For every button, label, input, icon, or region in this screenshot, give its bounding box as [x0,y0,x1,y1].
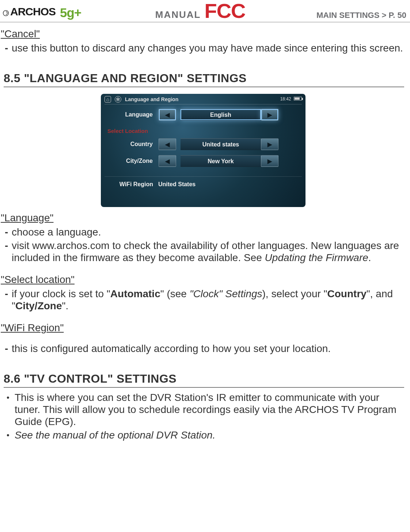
section-8-5-heading: 8.5 "Language and Region" Settings [4,72,404,87]
text-span: ". [62,300,69,311]
page-header: ARCHOS 5g+ MANUAL FCC MAIN SETTINGS > P.… [0,0,410,22]
italic-text: Updating the Firmware [265,252,368,263]
battery-icon [294,97,302,100]
italic-text: "Clock" Settings [190,288,262,299]
list-item: this is configured automatically accordi… [12,342,406,355]
wifi-region-row: WiFi Region United States [105,176,302,188]
page-content: "Cancel" use this button to discard any … [0,22,410,441]
list-item: See the manual of the optional DVR Stati… [15,429,406,441]
status-bar: ⌂ ✻ Language and Region 18:42 [105,96,302,104]
arrow-left-icon[interactable]: ◀ [159,109,176,120]
row-label: Language [107,111,159,118]
list-item: choose a language. [12,226,406,238]
manual-label: MANUAL [155,9,201,20]
city-row: City/Zone ◀ New York ▶ [105,154,302,168]
header-right: MAIN SETTINGS > P. 50 [316,11,406,20]
text-span: ), select your " [262,288,327,299]
wifi-value: United States [158,181,195,188]
text-span: " (see [160,288,190,299]
select-location-list: if your clock is set to "Automatic" (see… [0,288,406,312]
settings-icon[interactable]: ✻ [115,96,121,103]
text-span: if your clock is set to " [12,288,110,299]
select-location-subhead: Select Location [107,128,299,134]
list-item: if your clock is set to "Automatic" (see… [12,288,406,312]
screen-title: Language and Region [125,96,178,102]
country-row: Country ◀ United states ▶ [105,138,302,151]
model-text: 5g+ [60,8,81,18]
arrow-left-icon[interactable]: ◀ [159,155,176,167]
city-value[interactable]: New York [181,155,261,167]
svg-point-0 [3,11,9,16]
arrow-right-icon[interactable]: ▶ [261,109,278,120]
device-screen: ⌂ ✻ Language and Region 18:42 Language ◀… [101,94,305,207]
header-left: ARCHOS 5g+ [3,5,84,18]
bold-text: Automatic [110,288,160,299]
term-select-location: "Select location" [0,274,406,286]
language-value[interactable]: English [181,109,261,120]
device-screenshot: ⌂ ✻ Language and Region 18:42 Language ◀… [0,94,406,207]
fcc-label: FCC [204,3,245,19]
arrow-right-icon[interactable]: ▶ [261,155,278,167]
language-list: choose a language. visit www.archos.com … [0,226,406,264]
section-8-6-heading: 8.6 "TV control" Settings [4,372,404,388]
tv-control-list: This is where you can set the DVR Statio… [0,391,406,441]
list-item: visit www.archos.com to check the availa… [12,240,406,264]
status-left: ⌂ ✻ Language and Region [105,96,178,103]
brand-text: ARCHOS [10,5,56,18]
language-row: Language ◀ English ▶ [105,108,302,121]
country-value[interactable]: United states [181,138,261,150]
list-item: use this button to discard any changes y… [12,42,406,54]
row-label: WiFi Region [107,181,153,188]
bold-text: City/Zone [15,300,62,311]
clock-text: 18:42 [280,96,291,102]
wifi-region-list: this is configured automatically accordi… [0,342,406,355]
list-item: This is where you can set the DVR Statio… [15,391,406,428]
cancel-list: use this button to discard any changes y… [0,42,406,54]
status-right: 18:42 [280,97,302,102]
row-label: Country [107,141,159,148]
arrow-right-icon[interactable]: ▶ [261,138,278,150]
brand-logo: ARCHOS [3,5,56,18]
text-span: . [368,252,371,263]
bold-text: Country [327,288,367,299]
header-middle: MANUAL FCC [155,3,246,20]
term-language: "Language" [0,212,406,224]
arrow-left-icon[interactable]: ◀ [159,138,176,150]
term-cancel: "Cancel" [0,28,406,40]
home-icon[interactable]: ⌂ [105,96,111,103]
italic-text: See the manual of the optional DVR Stati… [15,429,215,441]
row-label: City/Zone [107,158,159,164]
term-wifi-region: "WiFi Region" [0,322,406,334]
